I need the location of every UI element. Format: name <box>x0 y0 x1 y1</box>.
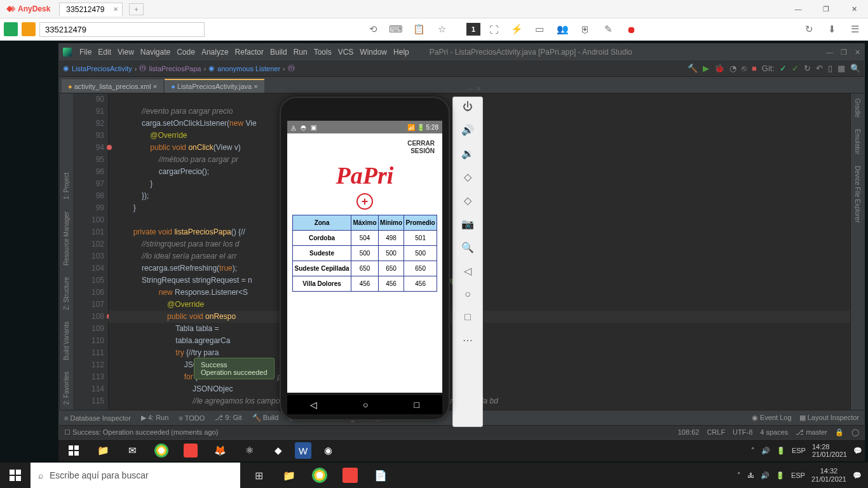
new-tab-button[interactable]: ＋ <box>129 3 144 15</box>
breadcrumb[interactable]: listaPreciosPapa <box>149 65 201 72</box>
remote-taskbar[interactable]: 📁 ✉ 🦊 ⚛ ◆ W ◉ ˄ 🔊 🔋 ESP 14:2821/01/2021 … <box>58 440 865 461</box>
app-icon[interactable]: ◆ <box>266 441 291 460</box>
word-icon[interactable]: W <box>295 442 311 459</box>
prices-table: ZonaMáximo MínimoPromedio Cordoba5044985… <box>292 215 437 292</box>
stop-icon[interactable]: ■ <box>752 64 757 73</box>
lang-indicator[interactable]: ESP <box>792 447 806 454</box>
action-center-icon[interactable]: 💬 <box>853 447 862 455</box>
breadcrumb[interactable]: anonymous Listener <box>217 65 280 72</box>
as-maximize-button[interactable]: ❐ <box>841 48 847 57</box>
svg-rect-7 <box>16 476 21 481</box>
chevron-up-icon[interactable]: ˄ <box>751 447 755 455</box>
close-button[interactable]: ✕ <box>840 0 868 18</box>
left-tool-strip[interactable]: 2: Favorites Build Variants Z: Structure… <box>59 93 73 410</box>
fullscreen-icon[interactable]: ⛶ <box>484 21 503 37</box>
search-icon[interactable]: 🔍 <box>850 64 860 73</box>
navigation-bar: ◉ListaPreciosActivity ›ⓜlistaPreciosPapa… <box>59 60 864 77</box>
android-nav-bar[interactable]: ◁○□ <box>287 395 442 414</box>
back-icon: ◁ <box>310 400 317 410</box>
sync-icon[interactable]: ⟲ <box>363 21 383 37</box>
volume-down-icon: 🔉 <box>461 147 474 159</box>
shield-icon[interactable]: ⛨ <box>576 21 595 37</box>
as-minimize-button[interactable]: — <box>826 48 833 57</box>
back-icon: ◁ <box>464 265 471 277</box>
atom-icon[interactable]: ⚛ <box>236 441 262 460</box>
search-box[interactable]: ⌕ Escribe aquí para buscar <box>31 463 240 488</box>
local-taskbar[interactable]: ⌕ Escribe aquí para buscar ⊞ 📁 📄 ˄ 🖧 🔊 🔋… <box>0 463 868 488</box>
start-button[interactable] <box>0 463 31 488</box>
whiteboard-icon[interactable]: ✎ <box>599 21 618 37</box>
volume-icon[interactable]: 🔊 <box>761 447 770 455</box>
address-field[interactable]: 335212479 <box>39 22 205 37</box>
clock[interactable]: 14:3221/01/2021 <box>811 467 846 484</box>
git-commit-icon[interactable]: ✓ <box>792 64 799 73</box>
git-update-icon[interactable]: ✓ <box>780 64 787 73</box>
start-button[interactable] <box>61 441 86 460</box>
sdk-icon[interactable]: ▦ <box>837 64 845 73</box>
recents-icon: □ <box>414 400 419 410</box>
debug-icon[interactable]: 🐞 <box>714 64 724 73</box>
history-icon[interactable]: ↻ <box>799 21 818 37</box>
monitor-icon[interactable] <box>22 22 36 36</box>
add-button[interactable]: + <box>356 193 373 210</box>
breadcrumb[interactable]: ListaPreciosActivity <box>72 65 132 72</box>
menu-icon[interactable]: ☰ <box>845 21 864 37</box>
success-tooltip: Success Operation succeeded <box>194 358 275 379</box>
record-icon[interactable]: ⏺ <box>621 21 641 37</box>
tab-xml[interactable]: ● activity_lista_precios.xml × <box>62 79 163 93</box>
keyboard-icon[interactable]: ⌨ <box>386 21 405 37</box>
battery-icon[interactable]: 🔋 <box>776 471 785 480</box>
battery-icon[interactable]: 🔋 <box>776 447 785 455</box>
android-studio-icon[interactable]: ◉ <box>315 441 341 460</box>
action-center-icon[interactable]: 💬 <box>853 471 862 480</box>
task-view-icon[interactable]: ⊞ <box>244 463 273 488</box>
chevron-up-icon[interactable]: ˄ <box>737 471 741 480</box>
emulator-controls[interactable]: —✕ ⏻ 🔊 🔉 ◇ ◇ 📷 🔍 ◁ ○ □ ⋯ <box>452 97 483 427</box>
profile-icon[interactable]: ◔ <box>729 64 736 73</box>
build-icon[interactable]: 🔨 <box>688 64 698 73</box>
notepad-icon[interactable]: 📄 <box>366 463 395 488</box>
lang-indicator[interactable]: ESP <box>791 471 805 479</box>
avd-icon[interactable]: ▯ <box>828 64 832 73</box>
display-num[interactable]: 1 <box>466 23 480 36</box>
run-icon[interactable]: ▶ <box>703 64 709 73</box>
explorer-icon[interactable]: 📁 <box>275 463 304 488</box>
download-icon[interactable]: ⬇ <box>822 21 841 37</box>
explorer-icon[interactable]: 📁 <box>90 441 116 460</box>
attach-icon[interactable]: ⎋ <box>742 64 747 73</box>
gutter: 9091 9293 9495 9697 9899 100101 102103 1… <box>73 93 109 410</box>
minimize-button[interactable]: — <box>784 0 812 18</box>
emulator-window[interactable]: ◬ ◓ ▣ 📶 🔋 5:28 CERRARSESIÓN PaPri + Zona… <box>280 97 489 427</box>
right-tool-strip[interactable]: Gradle Emulator Device File Explorer <box>850 93 864 410</box>
history-icon[interactable]: ↻ <box>804 64 811 73</box>
remote-screen: FileEdit ViewNavigate CodeAnalyze Refact… <box>0 41 868 463</box>
logout-button[interactable]: CERRARSESIÓN <box>292 137 437 160</box>
svg-rect-2 <box>69 451 73 456</box>
actions-icon[interactable]: ⚡ <box>507 21 526 37</box>
as-close-button[interactable]: ✕ <box>855 48 860 57</box>
mail-icon[interactable]: ✉ <box>119 441 145 460</box>
maximize-button[interactable]: ❐ <box>812 0 840 18</box>
clipboard-icon[interactable]: 📋 <box>409 21 428 37</box>
app-logo: PaPri <box>292 160 437 192</box>
camera-icon: 📷 <box>461 218 474 230</box>
chrome-icon[interactable] <box>149 441 174 460</box>
chrome-icon[interactable] <box>305 463 334 488</box>
network-icon[interactable]: 🖧 <box>747 471 754 479</box>
rotate-left-icon: ◇ <box>464 171 471 183</box>
anydesk-icon[interactable] <box>336 463 365 488</box>
close-icon[interactable]: ✕ <box>113 6 118 13</box>
home-icon: ○ <box>363 400 368 410</box>
firefox-icon[interactable]: 🦊 <box>207 441 233 460</box>
volume-icon[interactable]: 🔊 <box>761 471 770 480</box>
anydesk-icon[interactable] <box>178 441 203 460</box>
permissions-icon[interactable]: 👥 <box>553 21 572 37</box>
search-icon: ⌕ <box>38 470 43 480</box>
revert-icon[interactable]: ↶ <box>816 64 823 73</box>
main-menu[interactable]: FileEdit ViewNavigate CodeAnalyze Refact… <box>79 48 409 57</box>
keyboard2-icon[interactable]: ▭ <box>530 21 549 37</box>
star-icon[interactable]: ☆ <box>432 21 451 37</box>
clock[interactable]: 14:2821/01/2021 <box>812 443 847 458</box>
tab-java[interactable]: ● ListaPreciosActivity.java × <box>165 79 264 93</box>
anydesk-session-tab[interactable]: 335212479 ✕ <box>59 3 123 16</box>
